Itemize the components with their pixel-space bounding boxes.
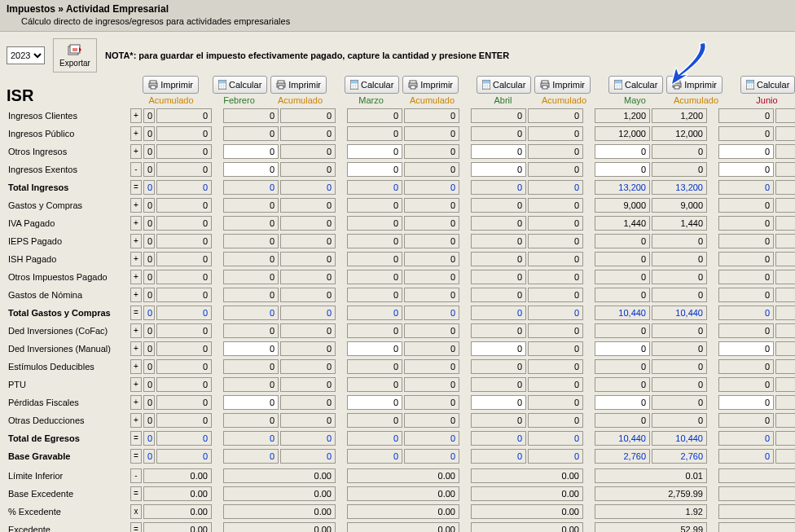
value-cell: 0 <box>528 377 583 392</box>
value-cell: 0 <box>156 270 212 284</box>
calcular-button[interactable]: Calcular <box>740 76 795 94</box>
value-cell[interactable]: 0 <box>718 341 774 356</box>
value-cell: 0 <box>718 359 774 374</box>
value-cell[interactable]: 0 <box>471 162 526 177</box>
value-cell[interactable]: 0 <box>223 395 279 410</box>
imprimir-button[interactable]: Imprimir <box>402 76 459 94</box>
row-label: Otros Impuestos Pagado <box>7 272 130 282</box>
svg-rect-21 <box>351 86 353 88</box>
value-cell[interactable]: 0 <box>347 144 402 159</box>
value-cell: 0 <box>775 413 795 428</box>
svg-rect-8 <box>222 84 223 86</box>
value-cell: 0 <box>404 198 459 213</box>
value-cell: 0 <box>280 252 336 266</box>
col-header-acumulado: Acumulado <box>143 95 199 105</box>
svg-rect-53 <box>752 84 753 86</box>
value-cell[interactable]: 0 <box>718 395 774 410</box>
value-cell: 0 <box>718 413 774 428</box>
row-label: IVA Pagado <box>7 218 130 228</box>
row-label: Pérdidas Fiscales <box>7 398 130 407</box>
col-header-acumulado: Acumulado <box>405 95 460 105</box>
value-cell: 0 <box>404 144 459 159</box>
imprimir-button[interactable]: Imprimir <box>534 76 591 94</box>
imprimir-button[interactable]: Imprimir <box>666 76 723 94</box>
export-button[interactable]: Exportar <box>53 38 97 73</box>
value-cell: 0 <box>528 359 583 374</box>
value-cell: 12,000 <box>652 126 707 141</box>
value-cell[interactable]: 0 <box>595 341 650 356</box>
value-cell: 0 <box>652 395 707 410</box>
value-cell: 0 <box>156 108 212 123</box>
printer-icon <box>276 80 286 90</box>
value-cell[interactable]: 0 <box>347 341 402 356</box>
value-cell: 0.00 <box>471 504 583 519</box>
value-cell: 10,440 <box>652 431 707 446</box>
value-cell[interactable]: 0 <box>223 144 279 159</box>
value-cell: 0 <box>775 323 795 338</box>
value-cell[interactable]: 0 <box>471 341 526 356</box>
data-row: PTU+000000000000 <box>7 376 788 394</box>
imprimir-button[interactable]: Imprimir <box>270 76 327 94</box>
imprimir-button[interactable]: Imprimir <box>143 76 199 94</box>
data-row: Gastos y Compras+000000009,0009,00000 <box>7 196 788 214</box>
col-header-month: Junio <box>740 95 795 105</box>
value-cell[interactable]: 0 <box>471 395 526 410</box>
value-cell[interactable]: 0 <box>223 341 279 356</box>
value-cell: 0 <box>143 216 155 231</box>
value-cell: 0 <box>718 431 774 446</box>
value-cell: 0.00 <box>718 468 795 483</box>
value-cell[interactable]: 0 <box>595 395 650 410</box>
col-header-month: Febrero <box>212 95 267 105</box>
calc-row: Excedente=0.000.000.000.0052.990.00 <box>7 521 788 532</box>
value-cell: 0 <box>718 377 774 392</box>
svg-rect-54 <box>747 86 749 88</box>
value-cell: 0 <box>775 162 795 177</box>
value-cell: 52.99 <box>595 522 707 532</box>
svg-rect-32 <box>483 86 485 88</box>
value-cell: 0 <box>223 431 279 446</box>
value-cell[interactable]: 0 <box>595 144 650 159</box>
calcular-button[interactable]: Calcular <box>213 76 267 94</box>
calcular-button[interactable]: Calcular <box>345 76 399 94</box>
value-cell: 0 <box>347 431 402 446</box>
calcular-button[interactable]: Calcular <box>477 76 531 94</box>
value-cell: 0 <box>718 180 774 195</box>
calcular-button[interactable]: Calcular <box>608 76 663 94</box>
value-cell: 0 <box>280 431 336 446</box>
value-cell: 0 <box>471 252 526 266</box>
year-select[interactable]: 2023 <box>7 46 45 64</box>
value-cell: 0 <box>280 359 336 374</box>
svg-rect-19 <box>354 84 355 86</box>
data-row: Ded Inversiones (Manual)+000000000000 <box>7 340 788 358</box>
value-cell: 0 <box>404 252 459 266</box>
value-cell[interactable]: 0 <box>718 144 774 159</box>
value-cell: 0 <box>143 252 155 266</box>
value-cell: 0 <box>347 234 402 248</box>
value-cell[interactable]: 0 <box>595 162 650 177</box>
calculator-icon <box>482 80 490 90</box>
value-cell[interactable]: 0 <box>223 162 279 177</box>
value-cell: 0 <box>347 180 402 195</box>
value-cell[interactable]: 0 <box>347 395 402 410</box>
value-cell: 0 <box>471 359 526 374</box>
value-cell: 0 <box>775 252 795 266</box>
value-cell: 0 <box>775 180 795 195</box>
op-cell: + <box>130 198 142 213</box>
value-cell: 0 <box>280 449 336 464</box>
value-cell[interactable]: 0 <box>347 162 402 177</box>
value-cell[interactable]: 0 <box>471 144 526 159</box>
value-cell: 0 <box>528 323 583 338</box>
value-cell: 0 <box>143 162 155 177</box>
data-row: Total Ingresos=0000000013,20013,20000 <box>7 178 788 196</box>
row-label: PTU <box>7 380 130 389</box>
value-cell: 0 <box>528 234 583 248</box>
value-cell: 0 <box>652 144 707 159</box>
value-cell: 0 <box>528 216 583 231</box>
svg-rect-51 <box>747 84 749 86</box>
value-cell: 0 <box>404 431 459 446</box>
value-cell: 0 <box>143 413 155 428</box>
row-label: % Excedente <box>7 507 130 517</box>
value-cell[interactable]: 0 <box>718 162 774 177</box>
value-cell: 0 <box>471 449 526 464</box>
value-cell: 0 <box>652 323 707 338</box>
